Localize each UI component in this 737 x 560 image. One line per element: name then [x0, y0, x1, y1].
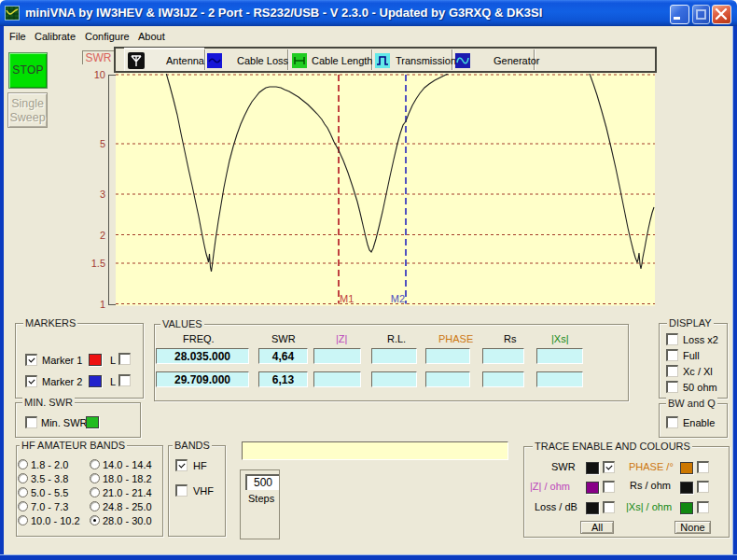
- svg-text:M2: M2: [391, 293, 405, 304]
- svg-text:3: 3: [100, 189, 105, 200]
- svg-text:M1: M1: [340, 293, 354, 304]
- svg-text:1.5: 1.5: [91, 258, 105, 269]
- svg-text:1: 1: [100, 299, 105, 310]
- svg-text:5: 5: [100, 138, 105, 149]
- svg-text:2: 2: [100, 230, 105, 241]
- svg-text:10: 10: [94, 69, 105, 80]
